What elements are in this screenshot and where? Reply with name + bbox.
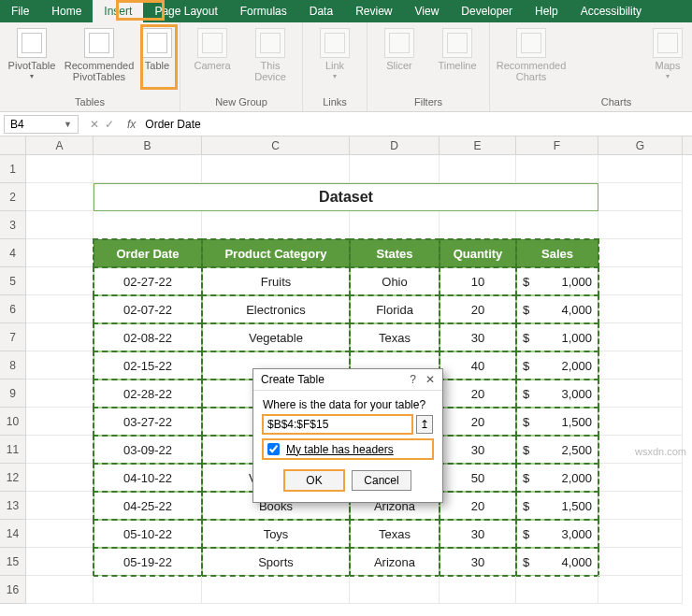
cell[interactable]: $3,000 <box>516 380 598 408</box>
cell[interactable] <box>598 408 683 436</box>
cell[interactable] <box>598 492 683 520</box>
cell[interactable] <box>26 351 94 380</box>
cancel-formula-icon[interactable]: ✕ <box>90 118 99 131</box>
namebox-dropdown-icon[interactable]: ▼ <box>64 120 72 129</box>
cell[interactable]: $4,000 <box>516 295 598 323</box>
cell[interactable] <box>202 211 350 239</box>
column-header[interactable]: B <box>94 136 202 154</box>
row-header[interactable]: 2 <box>0 183 26 211</box>
cell[interactable] <box>598 267 683 295</box>
cell[interactable]: 05-10-22 <box>94 520 202 548</box>
cell[interactable] <box>598 380 683 408</box>
cell[interactable] <box>598 548 683 576</box>
chart-type-icon[interactable] <box>597 30 617 49</box>
cell[interactable]: Electronics <box>202 295 350 323</box>
chart-type-icon[interactable] <box>621 30 642 49</box>
cell[interactable]: Toys <box>202 520 350 548</box>
cell[interactable] <box>598 520 683 548</box>
column-header[interactable]: A <box>26 136 94 154</box>
row-header[interactable]: 14 <box>0 520 26 548</box>
cell[interactable]: 50 <box>440 464 516 492</box>
timeline-button[interactable]: Timeline <box>431 26 483 71</box>
cell[interactable] <box>598 295 683 323</box>
cell[interactable] <box>440 155 516 183</box>
cell[interactable]: 20 <box>440 295 516 323</box>
maps-button[interactable]: Maps▾ <box>649 26 686 81</box>
tab-view[interactable]: View <box>404 0 451 22</box>
cell[interactable]: States <box>350 239 440 267</box>
cell[interactable]: $1,000 <box>516 267 598 295</box>
cell[interactable]: $2,500 <box>516 436 598 464</box>
cell[interactable] <box>516 155 598 183</box>
cell[interactable]: 30 <box>440 323 516 351</box>
cell[interactable] <box>202 576 350 604</box>
cell[interactable] <box>26 295 94 323</box>
cancel-button[interactable]: Cancel <box>352 470 411 491</box>
cell[interactable]: $2,000 <box>516 464 598 492</box>
cell[interactable] <box>440 211 516 239</box>
name-box[interactable]: B4▼ <box>4 115 79 134</box>
cell[interactable]: 02-28-22 <box>94 380 202 408</box>
range-selector-button[interactable]: ↥ <box>416 415 433 434</box>
cell[interactable] <box>26 436 94 464</box>
dialog-titlebar[interactable]: Create Table ? ✕ <box>253 369 442 391</box>
cell[interactable]: 02-08-22 <box>94 323 202 351</box>
cell[interactable] <box>94 211 202 239</box>
cell[interactable] <box>350 155 440 183</box>
recommended-pivottables-button[interactable]: Recommended PivotTables <box>64 26 135 82</box>
column-header[interactable]: C <box>202 136 350 154</box>
formula-input[interactable] <box>141 116 692 133</box>
cell[interactable]: Product Category <box>202 239 350 267</box>
chart-type-icon[interactable] <box>572 52 593 71</box>
row-header[interactable]: 10 <box>0 408 26 436</box>
cell[interactable] <box>598 323 683 351</box>
cell[interactable]: 02-15-22 <box>94 351 202 380</box>
cell[interactable] <box>26 380 94 408</box>
cell[interactable] <box>26 239 94 267</box>
cell[interactable] <box>202 155 350 183</box>
cell[interactable]: Fruits <box>202 267 350 295</box>
cell[interactable]: 02-27-22 <box>94 267 202 295</box>
cell[interactable]: Ohio <box>350 267 440 295</box>
tab-accessibility[interactable]: Accessibility <box>569 0 653 22</box>
cell[interactable] <box>26 323 94 351</box>
cell[interactable] <box>94 155 202 183</box>
this-device-button[interactable]: This Device <box>244 26 296 82</box>
cell[interactable]: Texas <box>350 520 440 548</box>
cell[interactable] <box>598 211 683 239</box>
camera-button[interactable]: Camera <box>186 26 238 71</box>
row-header[interactable]: 15 <box>0 548 26 576</box>
cell[interactable] <box>598 351 683 380</box>
cell[interactable]: 04-25-22 <box>94 492 202 520</box>
cell[interactable] <box>440 576 516 604</box>
enter-formula-icon[interactable]: ✓ <box>105 118 114 131</box>
link-button[interactable]: Link▾ <box>309 26 361 81</box>
cell[interactable] <box>26 492 94 520</box>
cell[interactable]: Florida <box>350 295 440 323</box>
table-range-input[interactable] <box>263 415 412 434</box>
cell[interactable]: 10 <box>440 267 516 295</box>
cell[interactable] <box>516 576 598 604</box>
cell[interactable] <box>598 183 683 211</box>
cell[interactable] <box>94 576 202 604</box>
cell[interactable] <box>598 155 683 183</box>
table-button[interactable]: Table <box>140 26 174 71</box>
row-header[interactable]: 4 <box>0 239 26 267</box>
chart-type-icon[interactable] <box>597 52 617 71</box>
cell[interactable]: $4,000 <box>516 548 598 576</box>
tab-data[interactable]: Data <box>298 0 344 22</box>
cell[interactable] <box>598 576 683 604</box>
cell[interactable] <box>26 548 94 576</box>
row-header[interactable]: 6 <box>0 295 26 323</box>
cell[interactable]: Arizona <box>350 548 440 576</box>
cell[interactable] <box>26 155 94 183</box>
tab-page-layout[interactable]: Page Layout <box>143 0 228 22</box>
chart-type-icon[interactable] <box>621 52 642 71</box>
row-header[interactable]: 3 <box>0 211 26 239</box>
cell[interactable]: Quantity <box>440 239 516 267</box>
ok-button[interactable]: OK <box>284 470 344 491</box>
recommended-charts-button[interactable]: Recommended Charts <box>496 26 567 82</box>
cell[interactable]: 20 <box>440 408 516 436</box>
tab-file[interactable]: File <box>0 0 40 22</box>
headers-checkbox[interactable] <box>267 443 280 455</box>
